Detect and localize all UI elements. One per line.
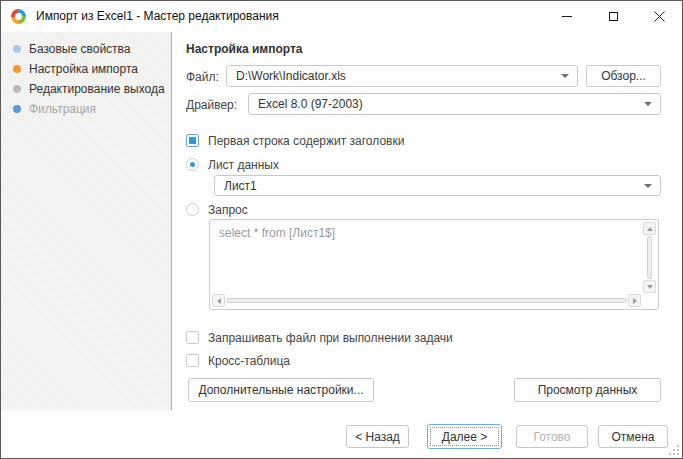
maximize-button[interactable]: [590, 1, 636, 31]
minimize-button[interactable]: [544, 1, 590, 31]
cross-table-checkbox[interactable]: Кросс-таблица: [186, 353, 290, 368]
finish-button: Готово: [516, 425, 588, 448]
radio-label: Лист данных: [208, 158, 279, 172]
checkbox-label: Запрашивать файл при выполнении задачи: [208, 331, 453, 345]
app-icon: [11, 9, 26, 24]
step-label: Базовые свойства: [29, 42, 131, 56]
file-label: Файл:: [186, 70, 219, 84]
checkbox-icon: [186, 134, 199, 147]
chevron-down-icon[interactable]: [644, 102, 652, 106]
step-bullet-icon: [13, 85, 21, 93]
step-bullet-icon: [13, 105, 21, 113]
scroll-up-button[interactable]: [643, 222, 656, 235]
maximize-icon: [609, 12, 618, 21]
query-radio[interactable]: Запрос: [186, 202, 248, 217]
chevron-down-icon[interactable]: [644, 184, 652, 188]
arrow-left-icon: [217, 298, 221, 304]
file-combobox[interactable]: D:\Work\Indicator.xls: [226, 65, 578, 87]
page-title: Настройка импорта: [186, 42, 303, 56]
close-icon: [654, 11, 665, 22]
step-label: Редактирование выхода: [29, 82, 165, 96]
next-button[interactable]: Далее >: [427, 424, 502, 449]
title-bar: Импорт из Excel1 - Мастер редактирования: [1, 1, 682, 31]
window-controls: [544, 1, 682, 31]
sidebar-item-output-editing[interactable]: Редактирование выхода: [1, 79, 171, 99]
horizontal-scroll-thumb[interactable]: [226, 298, 627, 303]
close-button[interactable]: [636, 1, 682, 31]
driver-combobox[interactable]: Excel 8.0 (97-2003): [248, 93, 661, 115]
step-bullet-icon: [13, 65, 21, 73]
checkbox-icon: [186, 354, 199, 367]
wizard-dialog: Импорт из Excel1 - Мастер редактирования…: [0, 0, 683, 459]
advanced-settings-button[interactable]: Дополнительные настройки...: [188, 378, 374, 402]
resize-grip[interactable]: [668, 444, 680, 456]
sheet-combobox[interactable]: Лист1: [214, 175, 661, 196]
radio-label: Запрос: [208, 203, 248, 217]
minimize-icon: [562, 16, 572, 17]
sidebar-item-import-settings[interactable]: Настройка импорта: [1, 59, 171, 79]
sidebar-item-filtering[interactable]: Фильтрация: [1, 99, 171, 119]
checkbox-label: Кросс-таблица: [208, 354, 290, 368]
radio-icon: [186, 158, 199, 171]
cancel-button[interactable]: Отмена: [598, 425, 668, 448]
query-text: select * from [Лист1$]: [219, 226, 335, 240]
driver-label: Драйвер:: [186, 98, 237, 112]
browse-button[interactable]: Обзор...: [586, 65, 661, 87]
step-label: Фильтрация: [29, 102, 96, 116]
prompt-file-checkbox[interactable]: Запрашивать файл при выполнении задачи: [186, 330, 453, 345]
arrow-up-icon: [647, 227, 653, 231]
back-button[interactable]: < Назад: [346, 425, 409, 448]
query-editor: select * from [Лист1$]: [209, 219, 659, 310]
checkbox-label: Первая строка содержит заголовки: [208, 134, 404, 148]
first-row-headers-checkbox[interactable]: Первая строка содержит заголовки: [186, 133, 404, 148]
arrow-right-icon: [633, 298, 637, 304]
file-combobox-value: D:\Work\Indicator.xls: [236, 66, 346, 86]
step-label: Настройка импорта: [29, 62, 138, 76]
scroll-left-button[interactable]: [212, 294, 225, 307]
horizontal-scrollbar[interactable]: [212, 294, 641, 307]
step-bullet-icon: [13, 45, 21, 53]
wizard-steps-sidebar: Базовые свойства Настройка импорта Редак…: [1, 32, 172, 410]
window-title: Импорт из Excel1 - Мастер редактирования: [36, 9, 279, 23]
checkbox-icon: [186, 331, 199, 344]
sidebar-item-basic-properties[interactable]: Базовые свойства: [1, 39, 171, 59]
vertical-scroll-thumb[interactable]: [647, 236, 652, 279]
driver-combobox-value: Excel 8.0 (97-2003): [258, 94, 363, 114]
vertical-scrollbar[interactable]: [643, 222, 656, 293]
sheet-combobox-value: Лист1: [224, 176, 257, 195]
radio-icon: [186, 203, 199, 216]
preview-data-button[interactable]: Просмотр данных: [514, 378, 661, 402]
chevron-down-icon[interactable]: [561, 74, 569, 78]
arrow-down-icon: [647, 285, 653, 289]
scroll-right-button[interactable]: [628, 294, 641, 307]
scroll-down-button[interactable]: [643, 280, 656, 293]
data-sheet-radio[interactable]: Лист данных: [186, 157, 279, 172]
